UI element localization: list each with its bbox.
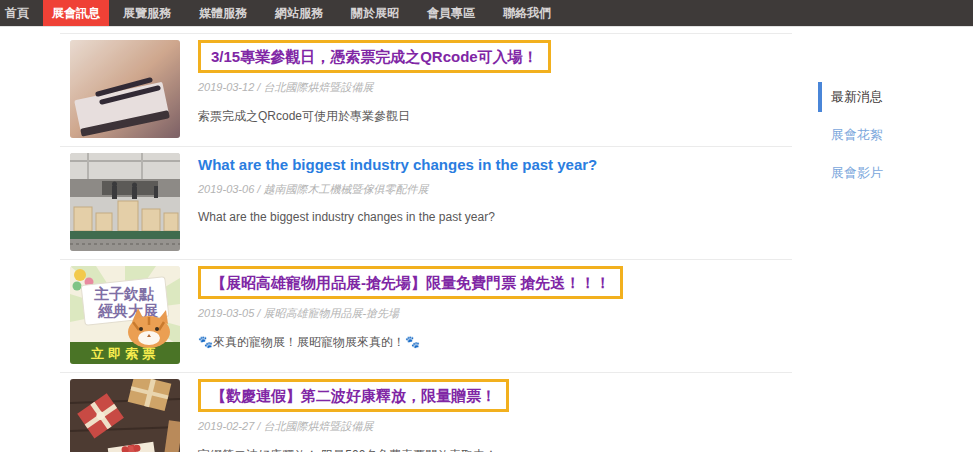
nav-item-0[interactable]: 首頁 [0, 0, 43, 26]
news-description: 官網第二波好康釋放！ 限量500名免費索票開放索取中！ [198, 447, 792, 452]
news-title-link[interactable]: 3/15專業參觀日，憑索票完成之QRcode可入場！ [211, 48, 538, 65]
news-body: 3/15專業參觀日，憑索票完成之QRcode可入場！ 2019-03-12 / … [198, 40, 792, 138]
news-description: What are the biggest industry changes in… [198, 210, 792, 224]
news-item: What are the biggest industry changes in… [60, 146, 792, 259]
news-body: 【展昭高雄寵物用品展-搶先場】限量免費門票 搶先送！！！ 2019-03-05 … [198, 266, 792, 364]
sidebar-link-1[interactable]: 展會花絮 [818, 126, 968, 144]
news-sidebar: 最新消息展會花絮展會影片 [818, 82, 968, 202]
factory-photo [70, 153, 180, 251]
nav-item-3[interactable]: 媒體服務 [185, 0, 261, 26]
cat-ad-headline-1: 主子欽點 [94, 285, 154, 302]
news-title-link[interactable]: What are the biggest industry changes in… [198, 156, 597, 173]
news-item: 【歡慶連假】第二波好康釋放，限量贈票！ 2019-02-27 / 台北國際烘焙暨… [60, 372, 792, 452]
news-item: 主子欽點 經典大展 立即索票 【展昭高雄寵物用品展-搶先場】限量免費門票 搶先送… [60, 259, 792, 372]
sidebar-link-2[interactable]: 展會影片 [818, 164, 968, 182]
news-thumbnail[interactable] [70, 40, 180, 138]
news-title: 3/15專業參觀日，憑索票完成之QRcode可入場！ [198, 40, 551, 73]
news-thumbnail[interactable]: 主子欽點 經典大展 立即索票 [70, 266, 180, 364]
news-list: 3/15專業參觀日，憑索票完成之QRcode可入場！ 2019-03-12 / … [60, 33, 792, 452]
nav-item-2[interactable]: 展覽服務 [109, 0, 185, 26]
news-description: 🐾來真的寵物展！展昭寵物展來真的！🐾 [198, 334, 792, 351]
top-nav: 首頁展會訊息展覽服務媒體服務網站服務關於展昭會員專區聯絡我們 [0, 0, 973, 27]
news-item: 3/15專業參觀日，憑索票完成之QRcode可入場！ 2019-03-12 / … [60, 33, 792, 146]
nav-item-1-active[interactable]: 展會訊息 [43, 0, 109, 26]
main-content: 3/15專業參觀日，憑索票完成之QRcode可入場！ 2019-03-12 / … [0, 27, 973, 452]
sidebar-link-0-active[interactable]: 最新消息 [818, 82, 968, 112]
nav-item-5[interactable]: 關於展昭 [337, 0, 413, 26]
news-description: 索票完成之QRcode可使用於專業參觀日 [198, 108, 792, 125]
news-thumbnail[interactable] [70, 153, 180, 251]
pet-expo-ad-image: 主子欽點 經典大展 立即索票 [70, 266, 180, 364]
news-meta: 2019-02-27 / 台北國際烘焙暨設備展 [198, 419, 792, 434]
news-meta: 2019-03-06 / 越南國際木工機械暨傢俱零配件展 [198, 182, 792, 197]
gift-boxes-photo [70, 379, 180, 452]
nav-item-4[interactable]: 網站服務 [261, 0, 337, 26]
news-meta: 2019-03-12 / 台北國際烘焙暨設備展 [198, 80, 792, 95]
news-meta: 2019-03-05 / 展昭高雄寵物用品展-搶先場 [198, 306, 792, 321]
news-title: 【歡慶連假】第二波好康釋放，限量贈票！ [198, 379, 509, 412]
news-body: What are the biggest industry changes in… [198, 153, 792, 251]
news-body: 【歡慶連假】第二波好康釋放，限量贈票！ 2019-02-27 / 台北國際烘焙暨… [198, 379, 792, 452]
nav-item-6[interactable]: 會員專區 [413, 0, 489, 26]
nav-item-7[interactable]: 聯絡我們 [489, 0, 565, 26]
notebook-pen-photo [70, 40, 180, 138]
cat-ad-ticket-button-label: 立即索票 [90, 346, 159, 361]
news-title: 【展昭高雄寵物用品展-搶先場】限量免費門票 搶先送！！！ [198, 266, 623, 299]
news-title-link[interactable]: 【展昭高雄寵物用品展-搶先場】限量免費門票 搶先送！！！ [211, 274, 610, 291]
news-thumbnail[interactable] [70, 379, 180, 452]
news-title-link[interactable]: 【歡慶連假】第二波好康釋放，限量贈票！ [211, 387, 496, 404]
news-title: What are the biggest industry changes in… [198, 153, 597, 175]
